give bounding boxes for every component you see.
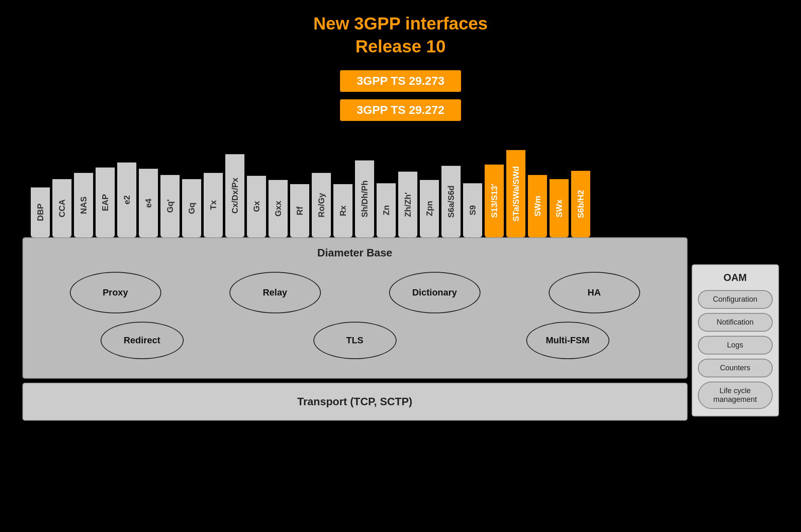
diameter-base-title: Diameter Base: [36, 246, 674, 259]
oam-item-life-cycle-managemen[interactable]: Life cycle management: [698, 382, 773, 409]
oam-item-notification[interactable]: Notification: [698, 313, 773, 332]
iface-bar-gq: Gq: [182, 179, 201, 237]
iface-bar-gxx: Gxx: [269, 180, 288, 237]
ellipse-multi-fsm: Multi-FSM: [526, 322, 609, 359]
iface-bar-s6a-s6d: S6a/S6d: [441, 166, 461, 237]
iface-bar-e2: e2: [117, 163, 136, 237]
iface-bar-swx: SWx: [550, 179, 569, 237]
badge-2: 3GPP TS 29.272: [340, 99, 461, 121]
transport-box: Transport (TCP, SCTP): [22, 383, 688, 421]
iface-bar-s6b-h2: S6b/H2: [571, 171, 590, 237]
ellipse-redirect: Redirect: [101, 322, 184, 359]
iface-bar-sta-swa-swd: STa/SWa/SWd: [506, 150, 525, 237]
iface-bar-rx: Rx: [333, 184, 352, 237]
iface-bar-s9: S9: [463, 183, 482, 237]
main-diagram: DBPCCANASEAPe2e4Gq'GqTxCx/Dx/PxGxGxxRfRo…: [22, 146, 779, 421]
iface-bar-zn: Zn: [377, 183, 396, 237]
iface-bar-cca: CCA: [52, 179, 71, 237]
oam-items: ConfigurationNotificationLogsCountersLif…: [697, 290, 773, 409]
main-title: New 3GPP interfaces Release 10: [313, 12, 488, 58]
oam-item-counters[interactable]: Counters: [698, 359, 773, 377]
ellipse-relay: Relay: [229, 272, 321, 313]
iface-bar-e4: e4: [139, 169, 158, 237]
oam-item-configuration[interactable]: Configuration: [698, 290, 773, 309]
diameter-base: Diameter Base ProxyRelayDictionaryHA Red…: [22, 237, 688, 379]
ellipse-proxy: Proxy: [70, 272, 161, 313]
oam-title: OAM: [724, 272, 747, 283]
iface-bar-tx: Tx: [204, 173, 223, 237]
iface-bar-sh-dh-ph: Sh/Dh/Ph: [355, 160, 374, 237]
title-section: New 3GPP interfaces Release 10 3GPP TS 2…: [313, 12, 488, 121]
iface-bar-s13-s13-: S13/S13': [485, 165, 504, 237]
iface-bar-nas: NAS: [74, 173, 93, 237]
iface-bar-rf: Rf: [290, 184, 309, 237]
oam-section: OAM ConfigurationNotificationLogsCounter…: [692, 264, 779, 416]
interfaces-row: DBPCCANASEAPe2e4Gq'GqTxCx/Dx/PxGxGxxRfRo…: [22, 146, 688, 237]
iface-bar-dbp: DBP: [31, 187, 50, 237]
ellipse-dictionary: Dictionary: [389, 272, 481, 313]
iface-bar-zpn: Zpn: [420, 180, 439, 237]
badges: 3GPP TS 29.273 3GPP TS 29.272: [313, 70, 488, 121]
iface-bar-zh-zh-: Zh/Zh': [398, 172, 417, 237]
badge-1: 3GPP TS 29.273: [340, 70, 461, 92]
iface-bar-gq-: Gq': [160, 175, 180, 237]
ellipse-ha: HA: [549, 272, 640, 313]
iface-bar-eap: EAP: [96, 167, 115, 237]
left-section: DBPCCANASEAPe2e4Gq'GqTxCx/Dx/PxGxGxxRfRo…: [22, 146, 688, 421]
ellipse-tls: TLS: [313, 322, 397, 359]
iface-bar-ro-gy: Ro/Gy: [312, 173, 331, 237]
ellipses-row-1: ProxyRelayDictionaryHA: [36, 272, 674, 313]
ellipses-row-2: RedirectTLSMulti-FSM: [36, 322, 674, 359]
iface-bar-gx: Gx: [247, 176, 266, 237]
iface-bar-swm: SWm: [528, 175, 547, 237]
oam-item-logs[interactable]: Logs: [698, 336, 773, 355]
iface-bar-cx-dx-px: Cx/Dx/Px: [225, 154, 244, 237]
